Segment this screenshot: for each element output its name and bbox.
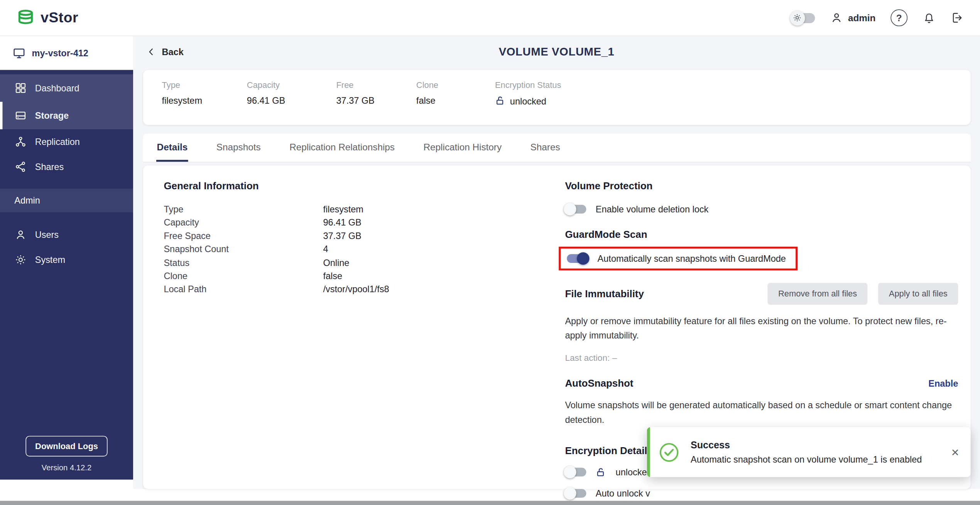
auto-unlock-toggle[interactable] [565,489,586,498]
toggle-label: unlocked [616,467,652,477]
sidebar-item-storage[interactable]: Storage [0,102,133,129]
info-row: Typefilesystem [164,203,545,216]
gear-knob-icon [790,10,805,25]
remove-from-all-files-button[interactable]: Remove from all files [767,283,867,305]
username: admin [848,12,876,23]
toggle-label: Enable volume deletion lock [596,204,708,214]
toggle-label: Auto unlock v [596,488,650,498]
info-row: Snapshot Count4 [164,243,545,256]
sidebar-item-label: Storage [35,111,69,121]
sidebar-item-replication[interactable]: Replication [0,129,133,154]
main-content: Back VOLUME VOLUME_1 Type filesystem Cap… [133,36,980,489]
summary-capacity: Capacity 96.41 GB [247,81,336,125]
app-root: vStor admin ? [0,0,980,505]
page-header: Back VOLUME VOLUME_1 [133,36,980,67]
server-monitor-icon [12,47,25,60]
toast-message: Automatic snapshot scan on volume volume… [691,454,946,465]
guardmode-scan-toggle[interactable] [567,254,588,263]
apply-to-all-files-button[interactable]: Apply to all files [878,283,958,305]
share-icon [14,160,27,173]
volume-summary-card: Type filesystem Capacity 96.41 GB Free 3… [143,70,971,125]
info-row: Clonefalse [164,270,545,283]
toast-title: Success [691,439,946,451]
file-immutability-description: Apply or remove immutability feature for… [565,314,958,343]
toggle-label: Automatically scan snapshots with GuardM… [598,254,786,264]
summary-type: Type filesystem [162,81,247,125]
users-person-icon [14,229,27,241]
user-icon [830,11,843,24]
page-title: VOLUME VOLUME_1 [133,45,980,58]
tab-replication-history[interactable]: Replication History [423,134,502,162]
last-action-text: Last action: – [565,353,958,363]
vstor-logo-icon [16,8,35,27]
toast-content: Success Automatic snapshot scan on volum… [691,439,946,465]
topbar-actions: admin ? [791,9,963,26]
sidebar-item-label: System [35,255,65,265]
success-toast: Success Automatic snapshot scan on volum… [647,427,971,477]
unlock-icon [495,96,506,106]
encryption-lock-toggle[interactable] [565,468,586,477]
unlock-icon [596,467,607,478]
back-button[interactable]: Back [146,47,184,57]
sidebar-item-shares[interactable]: Shares [0,154,133,179]
sidebar-item-system[interactable]: System [0,247,133,272]
info-row: Capacity96.41 GB [164,216,545,230]
close-icon[interactable]: ✕ [951,446,960,458]
storage-drive-icon [14,109,27,121]
tab-replication-relationships[interactable]: Replication Relationships [289,134,395,162]
summary-encryption-status: Encryption Status unlocked [495,81,561,125]
horizontal-scrollbar[interactable] [0,501,980,505]
info-row: Local Path/vstor/vpool1/fs8 [164,283,545,297]
help-icon: ? [896,12,902,23]
server-name: my-vstor-412 [32,48,88,58]
sidebar-item-label: Replication [35,137,80,147]
system-gear-icon [14,254,27,266]
toast-accent-bar [647,427,650,477]
download-logs-button[interactable]: Download Logs [25,436,107,456]
brand-name: vStor [41,9,78,26]
guardmode-title: GuardMode Scan [565,229,958,241]
annotation-highlight: Automatically scan snapshots with GuardM… [559,247,798,271]
file-immutability-title: File Immutability [565,288,757,300]
version-text: Version 4.12.2 [0,463,133,472]
notifications-bell-icon[interactable] [923,11,936,24]
sidebar-item-label: Dashboard [35,83,79,93]
summary-free: Free 37.37 GB [336,81,416,125]
tab-shares[interactable]: Shares [530,134,561,162]
autosnapshot-description: Volume snapshots will be generated autom… [565,398,958,428]
info-row: StatusOnline [164,256,545,270]
check-circle-icon [659,442,679,462]
tab-details[interactable]: Details [156,134,188,162]
summary-clone: Clone false [416,81,495,125]
chevron-left-icon [146,47,156,57]
sidebar-section-admin: Admin [0,189,133,212]
sidebar-admin-nav: Users System [0,222,133,273]
volume-tabs: Details Snapshots Replication Relationsh… [143,134,971,163]
file-immutability-header: File Immutability Remove from all files … [565,283,958,305]
autosnapshot-header: AutoSnapshot Enable [565,378,958,389]
logout-icon[interactable] [951,11,964,24]
autosnapshot-enable-link[interactable]: Enable [928,379,958,389]
replication-nodes-icon [14,136,27,148]
server-selector[interactable]: my-vstor-412 [0,36,133,70]
autosnapshot-title: AutoSnapshot [565,378,928,389]
volume-deletion-lock-row: Enable volume deletion lock [565,204,958,214]
sidebar-item-label: Shares [35,162,64,172]
sidebar-item-dashboard[interactable]: Dashboard [0,74,133,102]
back-label: Back [162,47,184,57]
sidebar: my-vstor-412 Dashboard Storage Replicati… [0,36,133,480]
sidebar-nav: Dashboard Storage Replication Shares [0,74,133,179]
volume-protection-title: Volume Protection [565,180,958,192]
auto-unlock-row: Auto unlock v [565,488,958,498]
help-button[interactable]: ? [890,9,907,26]
topbar: vStor admin ? [0,0,980,36]
tab-snapshots[interactable]: Snapshots [216,134,261,162]
dashboard-grid-icon [14,82,27,94]
user-menu[interactable]: admin [830,11,876,24]
general-information: General Information Typefilesystem Capac… [164,180,545,296]
brand: vStor [16,8,78,27]
theme-toggle[interactable] [791,13,815,23]
volume-deletion-lock-toggle[interactable] [565,205,586,214]
sidebar-item-label: Users [35,230,59,240]
sidebar-item-users[interactable]: Users [0,222,133,247]
